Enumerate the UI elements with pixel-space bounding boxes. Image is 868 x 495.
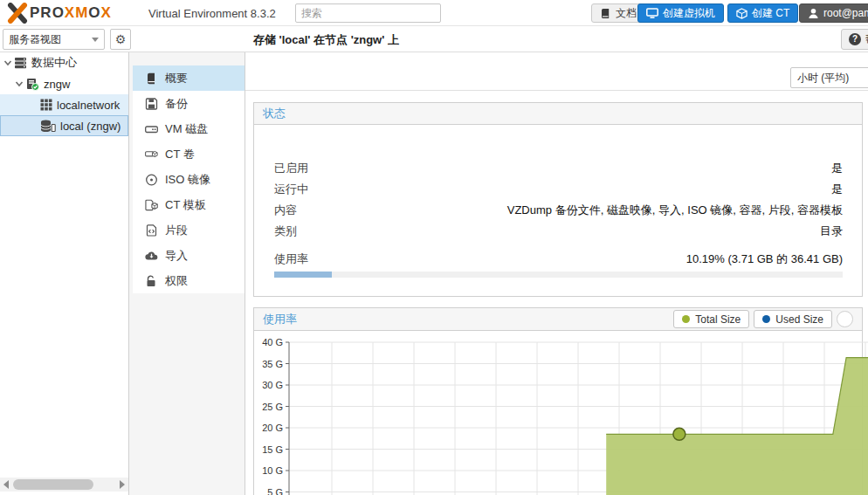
svg-text:20 G: 20 G — [262, 423, 283, 433]
legend-used-size[interactable]: Used Size — [754, 310, 832, 328]
time-range-value: 小时 (平均) — [797, 71, 849, 86]
tree-settings-button[interactable]: ⚙ — [110, 29, 131, 50]
help-button[interactable]: ? 帮助 — [841, 29, 868, 50]
chart-legend: Total Size Used Size — [673, 310, 853, 328]
status-panel: 状态 已启用 是 运行中 是 内容 VZDump 备份文件, 磁盘映像, 导入,… — [253, 102, 863, 297]
chevron-down-icon — [92, 38, 99, 42]
menu-item-ct-templates[interactable]: CT 模板 — [133, 192, 245, 217]
row-label: 运行中 — [274, 182, 308, 197]
legend-total-size[interactable]: Total Size — [673, 310, 749, 328]
proxmox-logo-icon — [7, 3, 28, 24]
menu-item-label: CT 卷 — [165, 147, 195, 162]
database-icon — [40, 120, 56, 133]
row-label: 使用率 — [274, 251, 308, 267]
row-value: 是 — [831, 182, 843, 197]
usage-panel-title: 使用率 — [263, 312, 297, 327]
proxmox-logo-text: PROXMOX — [30, 4, 112, 22]
create-ct-button[interactable]: 创建 CT — [727, 3, 798, 23]
tree-item-local-storage[interactable]: local (zngw) — [0, 115, 128, 136]
book-icon — [145, 72, 158, 85]
status-row-usage: 使用率 10.19% (3.71 GB 的 36.41 GB) — [254, 249, 862, 270]
view-select[interactable]: 服务器视图 — [3, 29, 105, 50]
create-vm-label: 创建虚拟机 — [663, 6, 715, 21]
menu-item-label: 权限 — [165, 273, 188, 289]
menu-item-backups[interactable]: 备份 — [133, 91, 245, 116]
search-input[interactable] — [295, 3, 441, 23]
svg-text:40 G: 40 G — [262, 337, 283, 347]
book-icon — [600, 8, 611, 19]
hdd-icon — [145, 124, 158, 134]
status-row-active: 运行中 是 — [254, 179, 862, 200]
svg-text:30 G: 30 G — [262, 380, 283, 390]
svg-text:35 G: 35 G — [262, 359, 283, 369]
menu-item-label: 导入 — [165, 248, 188, 264]
row-value: 10.19% (3.71 GB 的 36.41 GB) — [686, 251, 843, 267]
scroll-left-icon[interactable] — [3, 480, 9, 489]
menu-item-label: VM 磁盘 — [165, 121, 208, 137]
usage-progressbar — [274, 272, 843, 278]
legend-label: Used Size — [775, 313, 823, 326]
documentation-label: 文档 — [616, 6, 637, 21]
server-icon — [14, 57, 27, 69]
menu-item-summary[interactable]: 概要 — [133, 65, 245, 91]
proxmox-app: PROXMOX Virtual Environment 8.3.2 文档 创建虚… — [0, 0, 868, 495]
tree-item-datacenter[interactable]: 数据中心 — [0, 52, 128, 73]
gear-icon: ⚙ — [115, 32, 127, 46]
row-value: VZDump 备份文件, 磁盘映像, 导入, ISO 镜像, 容器, 片段, 容… — [507, 203, 843, 218]
content-area: 小时 (平均) 状态 已启用 是 运行中 是 内容 VZDump 备份文件, 磁… — [245, 52, 868, 495]
status-row-content: 内容 VZDump 备份文件, 磁盘映像, 导入, ISO 镜像, 容器, 片段… — [254, 200, 862, 221]
status-panel-title: 状态 — [263, 106, 286, 121]
create-vm-button[interactable]: 创建虚拟机 — [637, 3, 724, 23]
row-label: 类别 — [274, 223, 297, 239]
cloud-import-icon — [145, 251, 158, 261]
row-label: 内容 — [274, 203, 297, 218]
row-value: 目录 — [820, 223, 843, 239]
user-menu-button[interactable]: root@pam — [799, 3, 868, 23]
user-menu-label: root@pam — [823, 7, 868, 19]
create-ct-label: 创建 CT — [752, 6, 789, 21]
menu-item-iso-images[interactable]: ISO 镜像 — [133, 167, 245, 192]
chart-body: 40 G35 G30 G25 G20 G15 G10 G5 G — [254, 331, 862, 495]
total-size-dot-icon — [682, 315, 690, 323]
tree-item-label: zngw — [44, 78, 70, 91]
top-header: PROXMOX Virtual Environment 8.3.2 文档 创建虚… — [0, 0, 868, 26]
cube-icon — [736, 8, 747, 19]
disc-icon — [145, 174, 158, 186]
used-size-dot-icon — [762, 315, 770, 323]
status-panel-header: 状态 — [254, 103, 862, 125]
grid-icon — [40, 99, 52, 111]
resource-tree: 数据中心 zngw localnetwork local (zngw) — [0, 52, 129, 495]
scrollbar-thumb[interactable] — [13, 479, 93, 490]
row-value: 是 — [831, 161, 843, 176]
tree-item-label: 数据中心 — [31, 55, 77, 71]
tree-item-label: local (zngw) — [60, 120, 121, 133]
expander-icon — [3, 58, 12, 67]
version-text: Virtual Environment 8.3.2 — [148, 7, 276, 20]
svg-text:25 G: 25 G — [262, 402, 283, 412]
scroll-right-icon[interactable] — [120, 480, 125, 489]
status-row-type: 类别 目录 — [254, 221, 862, 242]
svg-text:10 G: 10 G — [262, 465, 283, 476]
menu-item-label: ISO 镜像 — [165, 172, 210, 188]
storage-menu: 概要 备份 VM 磁盘 CT 卷 ISO 镜像 CT 模板 — [133, 52, 245, 495]
monitor-icon — [646, 8, 658, 19]
page-title: 存储 'local' 在节点 'zngw' 上 — [253, 32, 399, 48]
menu-item-label: 片段 — [165, 223, 188, 238]
menu-item-ct-volumes[interactable]: CT 卷 — [133, 141, 245, 167]
menu-item-permissions[interactable]: 权限 — [133, 268, 245, 293]
svg-text:15 G: 15 G — [262, 444, 283, 455]
tree-item-node-zngw[interactable]: zngw — [0, 73, 128, 94]
menu-item-import[interactable]: 导入 — [133, 243, 245, 268]
tree-horizontal-scrollbar[interactable] — [0, 478, 128, 492]
time-range-select[interactable]: 小时 (平均) — [790, 67, 868, 88]
chart-undo-zoom-button[interactable] — [837, 311, 853, 327]
menu-item-snippets[interactable]: 片段 — [133, 217, 245, 243]
row-label: 已启用 — [274, 161, 308, 176]
file-cube-icon — [145, 199, 158, 211]
usage-area-chart: 40 G35 G30 G25 G20 G15 G10 G5 G — [247, 333, 868, 495]
menu-item-label: 备份 — [165, 96, 188, 112]
sub-header: 服务器视图 ⚙ 存储 'local' 在节点 'zngw' 上 ? 帮助 — [0, 26, 868, 52]
menu-item-vm-disks[interactable]: VM 磁盘 — [133, 116, 245, 141]
unlock-icon — [145, 275, 158, 287]
tree-item-localnetwork[interactable]: localnetwork — [0, 94, 128, 115]
